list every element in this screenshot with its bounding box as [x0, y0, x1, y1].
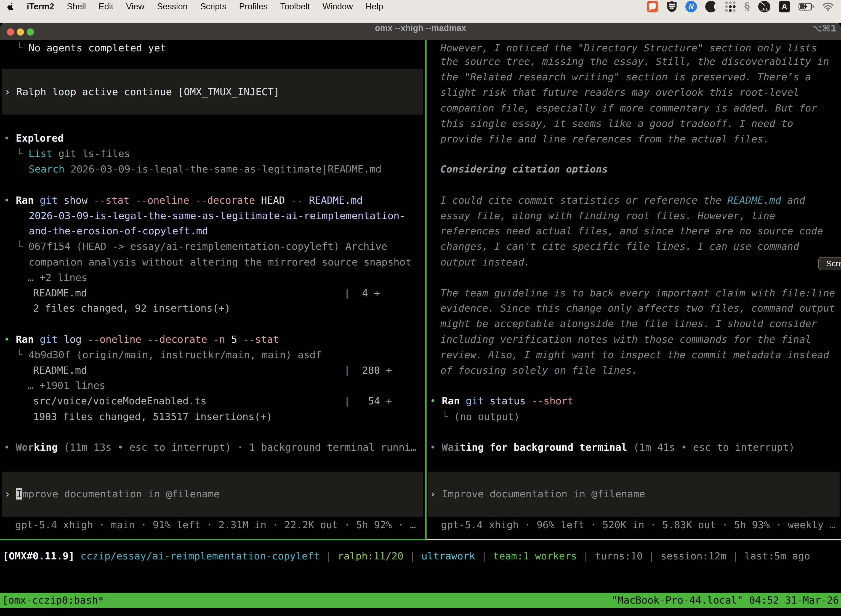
terminal-line: … +2 lines: [28, 270, 88, 285]
menu-item-shell[interactable]: Shell: [67, 1, 86, 12]
lightning-badge-icon[interactable]: N: [686, 1, 697, 12]
screen-share-overlay[interactable]: Scre: [818, 257, 841, 270]
text-segment: [75, 550, 81, 562]
text-segment: └: [16, 349, 28, 361]
terminal-line: the "Related research writing" section i…: [440, 69, 811, 85]
pane-bottom-border-left: [0, 539, 426, 540]
menu-item-session[interactable]: Session: [157, 1, 188, 12]
text-segment: ting for background terminal: [460, 441, 627, 453]
text-segment: show: [58, 195, 88, 206]
text-segment: turns:10: [595, 550, 643, 562]
menu-item-edit[interactable]: Edit: [98, 1, 113, 12]
text-segment: and: [781, 195, 805, 206]
apple-icon[interactable]: [7, 3, 14, 11]
wifi-icon[interactable]: [822, 2, 834, 11]
text-segment: HEAD: [255, 195, 285, 206]
window-shortcut-badge: ⌥⌘1: [812, 23, 837, 41]
terminal-line: this single essay, it seems like a good …: [440, 116, 793, 131]
menu-item-iterm2[interactable]: iTerm2: [27, 1, 54, 12]
menu-bar-left: iTerm2 ShellEditViewSessionScriptsProfil…: [7, 1, 383, 12]
iterm2-window: omx --xhigh --madmax ⌥⌘1 └ No agents com…: [0, 23, 841, 616]
terminal-line: └ (no output): [442, 409, 520, 424]
terminal-line: 2026-03-09-is-legal-the-same-as-legitima…: [29, 208, 405, 224]
terminal-line: 1903 files changed, 513517 insertions(+): [33, 409, 273, 424]
menubar-status-icons: N § ..61 A: [647, 1, 834, 12]
text-segment: |: [727, 550, 744, 562]
terminal-line: output instead.: [440, 254, 530, 270]
text-segment: 4b9d30f (origin/main, instructkr/main, m…: [28, 349, 321, 361]
text-segment: king: [34, 441, 58, 453]
menu-item-toolbelt[interactable]: Toolbelt: [280, 1, 310, 12]
text-segment: └: [16, 241, 28, 252]
text-segment: gpt-5.4 xhigh · 96% left · 520K in · 5.8…: [441, 519, 835, 531]
explored-header-line: • Explored: [4, 130, 64, 146]
text-segment: evidence. Since this change only affects…: [440, 302, 835, 314]
text-segment: Explored: [16, 132, 63, 144]
battery-icon[interactable]: [799, 3, 814, 10]
text-segment: --oneline --decorate -n: [82, 334, 225, 345]
badge-61-slash: [760, 1, 765, 6]
menu-item-scripts[interactable]: Scripts: [200, 1, 227, 12]
text-segment: •: [4, 195, 16, 206]
text-segment: (no output): [454, 411, 520, 422]
menu-item-view[interactable]: View: [126, 1, 145, 12]
window-title: omx --xhigh --madmax: [0, 23, 841, 41]
window-titlebar[interactable]: omx --xhigh --madmax ⌥⌘1: [0, 23, 841, 40]
agents-status-line: └ No agents completed yet: [16, 40, 166, 56]
tmux-status-bar: [omx-cczip0:bash* "MacBook-Pro-44.local"…: [0, 593, 841, 608]
menu-item-help[interactable]: Help: [366, 1, 383, 12]
tmux-window-name[interactable]: [omx-cczip0:bash*: [2, 593, 104, 608]
menu-item-window[interactable]: Window: [322, 1, 353, 12]
text-segment: src/voice/voiceModeEnabled.ts | 54 +: [33, 395, 392, 406]
text-segment: the "Related research writing" section i…: [440, 71, 811, 82]
menu-bar: iTerm2 ShellEditViewSessionScriptsProfil…: [0, 0, 841, 13]
terminal-line: the source tree, missing the essay. Stil…: [440, 54, 829, 69]
badge-61-icon[interactable]: ..61: [758, 1, 771, 12]
text-segment: Ran: [16, 334, 34, 345]
text-segment: status: [484, 395, 526, 406]
terminal-line: essay file, along with finding root file…: [440, 208, 775, 224]
terminal-line: README.md | 280 +: [33, 362, 392, 378]
text-segment: ›: [4, 488, 16, 500]
terminal-line: of focusing solely on file lines.: [440, 362, 638, 378]
messages-bubble: [649, 3, 656, 9]
text-segment: •: [4, 441, 16, 453]
terminal-line: └ List git ls-files: [16, 146, 130, 161]
shield-grid-icon[interactable]: [667, 1, 677, 12]
terminal-line: references need actual files, and since …: [440, 223, 823, 239]
text-segment: cczip/essay/ai-reimplementation-copyleft: [81, 550, 320, 562]
text-segment: mprove documentation in @filename: [22, 488, 220, 500]
messages-icon[interactable]: [647, 1, 658, 12]
text-segment: 1903 files changed, 513517 insertions(+): [33, 411, 273, 422]
squiggle-icon[interactable]: §: [744, 1, 750, 12]
tmux-pane-right[interactable]: However, I noticed the "Directory Struct…: [426, 40, 841, 539]
dots-grid-icon[interactable]: [725, 1, 736, 12]
tmux-pane-left[interactable]: └ No agents completed yet› Ralph loop ac…: [0, 40, 425, 539]
text-segment: … +2 lines: [28, 272, 88, 283]
pie-chart-icon[interactable]: [705, 1, 717, 12]
text-segment: However, I noticed the "Directory Struct…: [440, 42, 817, 54]
text-segment: companion file, especially if more comme…: [440, 103, 817, 114]
text-segment: Search: [29, 163, 64, 175]
text-segment: README.md: [727, 195, 781, 206]
text-segment: Wai: [442, 441, 460, 453]
thinking-heading: Considering citation options: [440, 161, 608, 177]
terminal-line: slight risk that future readers may over…: [440, 84, 799, 100]
menu-item-profiles[interactable]: Profiles: [239, 1, 267, 12]
terminal-line: provide file and line references from th…: [440, 131, 769, 147]
input-source-icon[interactable]: A: [779, 1, 790, 12]
text-segment: … +1901 lines: [28, 380, 105, 391]
model-status-line: gpt-5.4 xhigh · 96% left · 520K in · 5.8…: [441, 517, 835, 532]
terminal-line: The team guideline is to back every impo…: [440, 285, 835, 301]
text-segment: git: [34, 334, 58, 345]
text-segment: --short: [526, 395, 573, 406]
text-segment: 5: [225, 334, 237, 345]
terminal-content: └ No agents completed yet› Ralph loop ac…: [0, 40, 841, 616]
text-segment: ›: [430, 488, 442, 500]
text-segment: log: [58, 334, 82, 345]
text-segment: git: [460, 395, 484, 406]
text-segment: ultrawork: [421, 550, 475, 562]
text-segment: Ran: [16, 195, 34, 206]
text-segment: List: [28, 148, 53, 159]
text-segment: --stat: [237, 334, 279, 345]
